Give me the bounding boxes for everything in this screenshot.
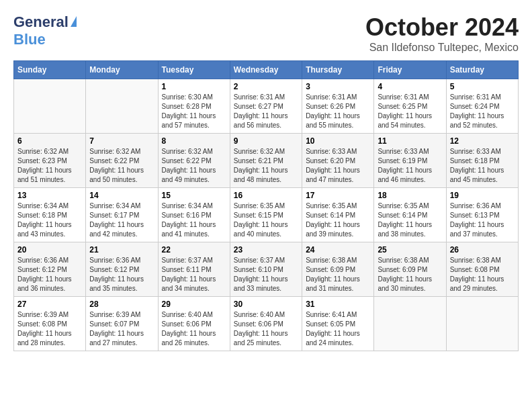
day-number: 19	[450, 191, 515, 200]
day-info: Sunrise: 6:34 AMSunset: 6:16 PMDaylight:…	[162, 201, 226, 239]
day-info: Sunrise: 6:35 AMSunset: 6:14 PMDaylight:…	[378, 201, 442, 239]
day-number: 27	[17, 300, 82, 309]
calendar-day-cell	[374, 297, 446, 351]
calendar-header: SundayMondayTuesdayWednesdayThursdayFrid…	[14, 61, 519, 79]
day-number: 2	[234, 82, 298, 91]
day-info: Sunrise: 6:33 AMSunset: 6:20 PMDaylight:…	[306, 147, 370, 185]
day-number: 14	[89, 191, 154, 200]
day-info: Sunrise: 6:33 AMSunset: 6:19 PMDaylight:…	[378, 147, 442, 185]
day-number: 5	[450, 82, 515, 91]
day-number: 28	[89, 300, 154, 309]
calendar-day-cell: 24Sunrise: 6:38 AMSunset: 6:09 PMDayligh…	[302, 242, 374, 297]
day-number: 21	[89, 245, 154, 255]
calendar-day-cell: 10Sunrise: 6:33 AMSunset: 6:20 PMDayligh…	[302, 134, 374, 188]
day-info: Sunrise: 6:39 AMSunset: 6:07 PMDaylight:…	[89, 310, 154, 348]
calendar-week-row: 13Sunrise: 6:34 AMSunset: 6:18 PMDayligh…	[14, 188, 519, 242]
day-info: Sunrise: 6:32 AMSunset: 6:21 PMDaylight:…	[234, 147, 298, 185]
day-info: Sunrise: 6:36 AMSunset: 6:13 PMDaylight:…	[450, 201, 515, 239]
day-number: 1	[162, 82, 226, 91]
day-number: 11	[378, 136, 442, 146]
calendar-header-cell: Saturday	[446, 61, 518, 79]
logo-triangle-icon	[71, 16, 77, 27]
day-number: 4	[378, 82, 442, 91]
title-block: October 2024 San Ildefonso Tultepec, Mex…	[365, 13, 519, 54]
calendar-day-cell: 28Sunrise: 6:39 AMSunset: 6:07 PMDayligh…	[86, 297, 158, 351]
day-number: 22	[162, 245, 226, 255]
day-info: Sunrise: 6:36 AMSunset: 6:12 PMDaylight:…	[17, 256, 82, 293]
day-number: 30	[234, 300, 298, 309]
day-number: 29	[162, 300, 226, 309]
day-info: Sunrise: 6:41 AMSunset: 6:05 PMDaylight:…	[306, 310, 370, 348]
day-number: 3	[306, 82, 370, 91]
day-number: 17	[306, 191, 370, 200]
day-number: 15	[162, 191, 226, 200]
day-info: Sunrise: 6:30 AMSunset: 6:28 PMDaylight:…	[162, 93, 226, 130]
calendar-header-cell: Sunday	[14, 61, 86, 79]
calendar-header-cell: Tuesday	[158, 61, 230, 79]
calendar-week-row: 6Sunrise: 6:32 AMSunset: 6:23 PMDaylight…	[14, 134, 519, 188]
calendar-day-cell: 27Sunrise: 6:39 AMSunset: 6:08 PMDayligh…	[14, 297, 86, 351]
day-number: 24	[306, 245, 370, 255]
calendar-day-cell: 16Sunrise: 6:35 AMSunset: 6:15 PMDayligh…	[230, 188, 302, 242]
calendar-week-row: 20Sunrise: 6:36 AMSunset: 6:12 PMDayligh…	[14, 242, 519, 297]
day-info: Sunrise: 6:33 AMSunset: 6:18 PMDaylight:…	[450, 147, 515, 185]
day-number: 9	[234, 136, 298, 146]
calendar-day-cell: 31Sunrise: 6:41 AMSunset: 6:05 PMDayligh…	[302, 297, 374, 351]
calendar-week-row: 1Sunrise: 6:30 AMSunset: 6:28 PMDaylight…	[14, 79, 519, 134]
calendar-day-cell: 2Sunrise: 6:31 AMSunset: 6:27 PMDaylight…	[230, 79, 302, 134]
day-info: Sunrise: 6:38 AMSunset: 6:09 PMDaylight:…	[306, 256, 370, 293]
day-number: 13	[17, 191, 82, 200]
calendar-day-cell: 1Sunrise: 6:30 AMSunset: 6:28 PMDaylight…	[158, 79, 230, 134]
calendar-day-cell: 12Sunrise: 6:33 AMSunset: 6:18 PMDayligh…	[446, 134, 518, 188]
day-info: Sunrise: 6:35 AMSunset: 6:14 PMDaylight:…	[306, 201, 370, 239]
day-number: 10	[306, 136, 370, 146]
day-info: Sunrise: 6:34 AMSunset: 6:18 PMDaylight:…	[17, 201, 82, 239]
calendar-week-row: 27Sunrise: 6:39 AMSunset: 6:08 PMDayligh…	[14, 297, 519, 351]
calendar-day-cell: 11Sunrise: 6:33 AMSunset: 6:19 PMDayligh…	[374, 134, 446, 188]
day-info: Sunrise: 6:31 AMSunset: 6:27 PMDaylight:…	[234, 93, 298, 130]
page-title: October 2024	[365, 13, 519, 42]
calendar-day-cell: 18Sunrise: 6:35 AMSunset: 6:14 PMDayligh…	[374, 188, 446, 242]
day-number: 7	[89, 136, 154, 146]
calendar-day-cell: 25Sunrise: 6:38 AMSunset: 6:09 PMDayligh…	[374, 242, 446, 297]
calendar-day-cell: 6Sunrise: 6:32 AMSunset: 6:23 PMDaylight…	[14, 134, 86, 188]
calendar-day-cell: 30Sunrise: 6:40 AMSunset: 6:06 PMDayligh…	[230, 297, 302, 351]
calendar-day-cell	[86, 79, 158, 134]
day-info: Sunrise: 6:35 AMSunset: 6:15 PMDaylight:…	[234, 201, 298, 239]
page-subtitle: San Ildefonso Tultepec, Mexico	[365, 42, 519, 54]
calendar-day-cell: 14Sunrise: 6:34 AMSunset: 6:17 PMDayligh…	[86, 188, 158, 242]
day-number: 16	[234, 191, 298, 200]
calendar-day-cell: 19Sunrise: 6:36 AMSunset: 6:13 PMDayligh…	[446, 188, 518, 242]
calendar-day-cell: 4Sunrise: 6:31 AMSunset: 6:25 PMDaylight…	[374, 79, 446, 134]
calendar-header-cell: Wednesday	[230, 61, 302, 79]
calendar-day-cell: 15Sunrise: 6:34 AMSunset: 6:16 PMDayligh…	[158, 188, 230, 242]
logo-blue: Blue	[13, 31, 46, 48]
page-header: General Blue October 2024 San Ildefonso …	[13, 13, 519, 54]
day-info: Sunrise: 6:31 AMSunset: 6:25 PMDaylight:…	[378, 93, 442, 130]
day-info: Sunrise: 6:37 AMSunset: 6:10 PMDaylight:…	[234, 256, 298, 293]
day-info: Sunrise: 6:38 AMSunset: 6:08 PMDaylight:…	[450, 256, 515, 293]
day-info: Sunrise: 6:34 AMSunset: 6:17 PMDaylight:…	[89, 201, 154, 239]
day-number: 8	[162, 136, 226, 146]
day-number: 25	[378, 245, 442, 255]
day-number: 31	[306, 300, 370, 309]
day-info: Sunrise: 6:36 AMSunset: 6:12 PMDaylight:…	[89, 256, 154, 293]
day-number: 18	[378, 191, 442, 200]
calendar-day-cell: 9Sunrise: 6:32 AMSunset: 6:21 PMDaylight…	[230, 134, 302, 188]
day-info: Sunrise: 6:38 AMSunset: 6:09 PMDaylight:…	[378, 256, 442, 293]
calendar-day-cell	[446, 297, 518, 351]
day-info: Sunrise: 6:31 AMSunset: 6:24 PMDaylight:…	[450, 93, 515, 130]
day-info: Sunrise: 6:31 AMSunset: 6:26 PMDaylight:…	[306, 93, 370, 130]
calendar-day-cell: 8Sunrise: 6:32 AMSunset: 6:22 PMDaylight…	[158, 134, 230, 188]
day-info: Sunrise: 6:37 AMSunset: 6:11 PMDaylight:…	[162, 256, 226, 293]
calendar-day-cell: 23Sunrise: 6:37 AMSunset: 6:10 PMDayligh…	[230, 242, 302, 297]
calendar-header-cell: Monday	[86, 61, 158, 79]
calendar-day-cell	[14, 79, 86, 134]
calendar-day-cell: 21Sunrise: 6:36 AMSunset: 6:12 PMDayligh…	[86, 242, 158, 297]
day-number: 23	[234, 245, 298, 255]
day-info: Sunrise: 6:32 AMSunset: 6:22 PMDaylight:…	[89, 147, 154, 185]
calendar-day-cell: 7Sunrise: 6:32 AMSunset: 6:22 PMDaylight…	[86, 134, 158, 188]
calendar-header-cell: Friday	[374, 61, 446, 79]
calendar-table: SundayMondayTuesdayWednesdayThursdayFrid…	[13, 60, 519, 351]
calendar-day-cell: 5Sunrise: 6:31 AMSunset: 6:24 PMDaylight…	[446, 79, 518, 134]
